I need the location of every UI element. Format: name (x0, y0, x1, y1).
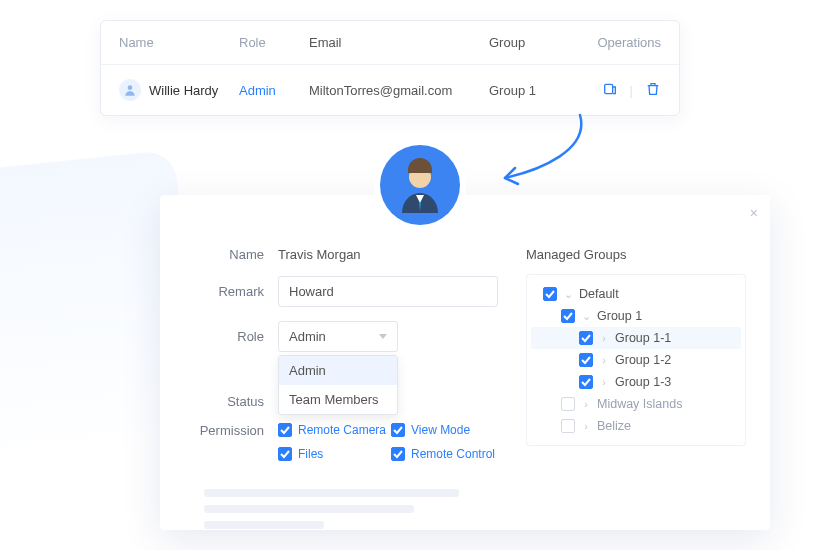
close-icon[interactable]: × (750, 205, 758, 221)
group-checkbox[interactable] (543, 287, 557, 301)
group-label: Group 1-1 (615, 331, 671, 345)
group-label: Group 1 (597, 309, 642, 323)
chevron-down-icon[interactable]: ⌄ (581, 310, 591, 323)
user-form-card: × Name Travis Morgan Remark Role Admin A… (160, 195, 770, 530)
chevron-right-icon[interactable]: › (581, 420, 591, 432)
tree-row[interactable]: ›Belize (531, 415, 741, 437)
chevron-right-icon[interactable]: › (599, 332, 609, 344)
managed-groups-title: Managed Groups (526, 247, 746, 262)
field-remark: Remark (184, 276, 504, 307)
group-checkbox[interactable] (561, 309, 575, 323)
name-value: Travis Morgan (278, 247, 361, 262)
role-option-admin[interactable]: Admin (279, 356, 397, 385)
label-status: Status (184, 394, 264, 409)
perm-label: Remote Camera (298, 423, 386, 437)
arrow-icon (490, 110, 600, 190)
tree-row[interactable]: ⌄Default (531, 283, 741, 305)
field-permission: Permission Remote Camera View Mode F (184, 423, 504, 471)
perm-check-view-mode[interactable] (391, 423, 405, 437)
tree-row[interactable]: ⌄Group 1 (531, 305, 741, 327)
label-permission: Permission (184, 423, 264, 438)
tree-row[interactable]: ›Group 1-2 (531, 349, 741, 371)
chevron-down-icon[interactable]: ⌄ (563, 288, 573, 301)
group-label: Midway Islands (597, 397, 682, 411)
group-label: Default (579, 287, 619, 301)
form-left: Name Travis Morgan Remark Role Admin Adm… (184, 247, 504, 512)
perm-check-files[interactable] (278, 447, 292, 461)
group-checkbox[interactable] (561, 397, 575, 411)
group-checkbox[interactable] (579, 353, 593, 367)
th-name: Name (119, 35, 239, 50)
role-select[interactable]: Admin (278, 321, 398, 352)
field-role: Role Admin Admin Team Members (184, 321, 504, 352)
edit-icon[interactable] (602, 81, 618, 100)
svg-rect-1 (604, 84, 612, 93)
th-group: Group (489, 35, 569, 50)
svg-point-0 (128, 85, 133, 90)
form-right: Managed Groups ⌄Default⌄Group 1›Group 1-… (526, 247, 746, 512)
perm-label: Remote Control (411, 447, 495, 461)
tree-row[interactable]: ›Group 1-3 (531, 371, 741, 393)
group-checkbox[interactable] (579, 331, 593, 345)
label-role: Role (184, 329, 264, 344)
cell-group: Group 1 (489, 83, 569, 98)
group-label: Group 1-2 (615, 353, 671, 367)
tree-row[interactable]: ›Group 1-1 (531, 327, 741, 349)
separator: | (630, 83, 633, 98)
avatar-icon (119, 79, 141, 101)
role-dropdown: Admin Team Members (278, 355, 398, 415)
chevron-right-icon[interactable]: › (581, 398, 591, 410)
chevron-right-icon[interactable]: › (599, 376, 609, 388)
role-select-value: Admin (289, 329, 326, 344)
remark-input[interactable] (278, 276, 498, 307)
perm-label: Files (298, 447, 323, 461)
table-header: Name Role Email Group Operations (101, 21, 679, 64)
chevron-right-icon[interactable]: › (599, 354, 609, 366)
trash-icon[interactable] (645, 81, 661, 100)
skeleton-placeholder (184, 489, 504, 529)
users-table: Name Role Email Group Operations Willie … (100, 20, 680, 116)
perm-check-remote-camera[interactable] (278, 423, 292, 437)
groups-tree: ⌄Default⌄Group 1›Group 1-1›Group 1-2›Gro… (526, 274, 746, 446)
field-name: Name Travis Morgan (184, 247, 504, 262)
group-checkbox[interactable] (561, 419, 575, 433)
th-email: Email (309, 35, 489, 50)
th-ops: Operations (569, 35, 661, 50)
role-option-team-members[interactable]: Team Members (279, 385, 397, 414)
th-role: Role (239, 35, 309, 50)
perm-label: View Mode (411, 423, 470, 437)
chevron-down-icon (379, 334, 387, 339)
group-label: Belize (597, 419, 631, 433)
group-label: Group 1-3 (615, 375, 671, 389)
group-checkbox[interactable] (579, 375, 593, 389)
tree-row[interactable]: ›Midway Islands (531, 393, 741, 415)
cell-email: MiltonTorres@gmail.com (309, 83, 489, 98)
label-remark: Remark (184, 284, 264, 299)
avatar (380, 145, 460, 225)
cell-ops: | (569, 81, 661, 100)
cell-name: Willie Hardy (119, 79, 239, 101)
table-row[interactable]: Willie Hardy Admin MiltonTorres@gmail.co… (101, 64, 679, 115)
perm-check-remote-control[interactable] (391, 447, 405, 461)
cell-name-text: Willie Hardy (149, 83, 218, 98)
cell-role[interactable]: Admin (239, 83, 309, 98)
label-name: Name (184, 247, 264, 262)
